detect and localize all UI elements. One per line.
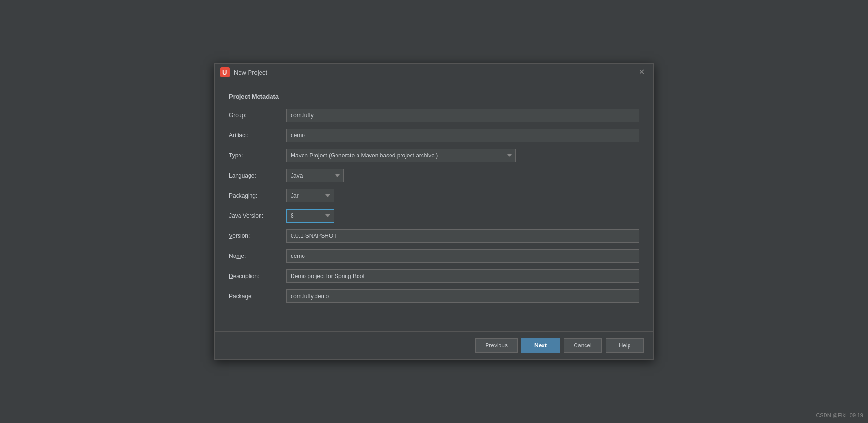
type-select[interactable]: Maven Project (Generate a Maven based pr… [286, 149, 516, 162]
dialog-title-left: U New Project [220, 67, 267, 77]
description-input[interactable] [286, 269, 639, 283]
group-input[interactable] [286, 109, 639, 122]
name-row: Name: [229, 249, 639, 263]
dialog-content: Project Metadata Group: Artifact: Type: … [215, 81, 653, 331]
previous-button[interactable]: Previous [475, 338, 518, 353]
name-label: Name: [229, 253, 286, 259]
dialog-footer: Previous Next Cancel Help [215, 331, 653, 359]
package-label: Package: [229, 293, 286, 300]
description-row: Description: [229, 269, 639, 283]
group-row: Group: [229, 109, 639, 122]
section-title: Project Metadata [229, 93, 639, 100]
new-project-dialog: U New Project ✕ Project Metadata Group: … [214, 63, 654, 360]
java-version-row: Java Version: 8 11 17 21 [229, 209, 639, 223]
language-label: Language: [229, 172, 286, 179]
type-row: Type: Maven Project (Generate a Maven ba… [229, 149, 639, 162]
version-row: Version: [229, 229, 639, 243]
artifact-input[interactable] [286, 129, 639, 142]
svg-text:U: U [222, 69, 227, 76]
group-label: Group: [229, 112, 286, 119]
artifact-row: Artifact: [229, 129, 639, 142]
package-row: Package: [229, 289, 639, 303]
next-button[interactable]: Next [521, 338, 560, 353]
type-label: Type: [229, 152, 286, 159]
version-input[interactable] [286, 229, 639, 243]
java-version-select[interactable]: 8 11 17 21 [286, 209, 334, 223]
cancel-button[interactable]: Cancel [564, 338, 602, 353]
dialog-titlebar: U New Project ✕ [215, 64, 653, 81]
app-icon: U [220, 67, 230, 77]
packaging-select[interactable]: Jar War [286, 189, 334, 202]
java-version-label: Java Version: [229, 212, 286, 219]
description-label: Description: [229, 273, 286, 279]
watermark: CSDN @FIkL-09-19 [816, 412, 863, 418]
language-select[interactable]: Java Kotlin Groovy [286, 169, 344, 182]
close-button[interactable]: ✕ [636, 67, 648, 77]
version-label: Version: [229, 233, 286, 239]
name-input[interactable] [286, 249, 639, 263]
packaging-label: Packaging: [229, 192, 286, 199]
language-row: Language: Java Kotlin Groovy [229, 169, 639, 182]
packaging-row: Packaging: Jar War [229, 189, 639, 202]
help-button[interactable]: Help [606, 338, 644, 353]
artifact-label: Artifact: [229, 132, 286, 139]
dialog-title: New Project [234, 69, 267, 76]
package-input[interactable] [286, 289, 639, 303]
